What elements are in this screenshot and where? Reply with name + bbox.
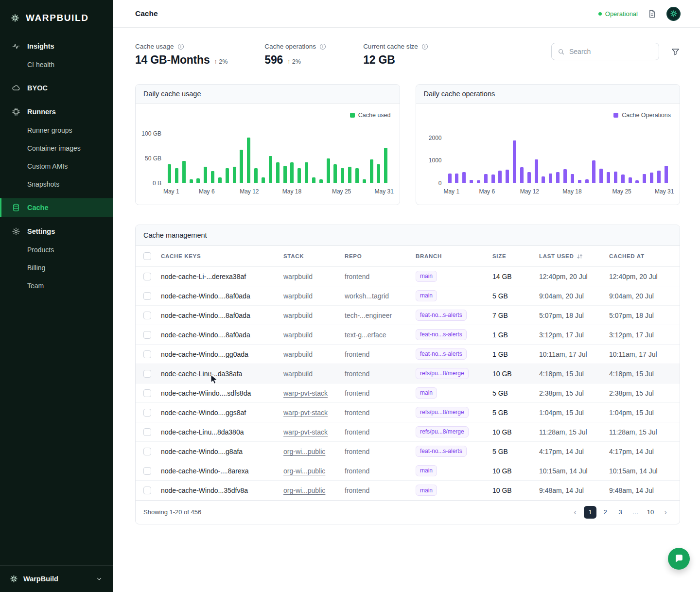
row-checkbox[interactable] xyxy=(143,487,151,494)
row-checkbox[interactable] xyxy=(143,428,151,436)
sidebar-item-cache[interactable]: Cache xyxy=(0,198,113,217)
pagination-ellipsis: … xyxy=(629,506,642,519)
row-checkbox[interactable] xyxy=(143,370,151,378)
stack-cell[interactable]: warp-pvt-stack xyxy=(280,403,341,422)
chart-bar xyxy=(190,179,193,183)
search-input-wrap[interactable] xyxy=(551,43,659,60)
select-all-checkbox[interactable] xyxy=(143,252,151,260)
page-button-1[interactable]: 1 xyxy=(584,506,596,519)
stat-value: 12 GB xyxy=(363,53,395,67)
row-checkbox[interactable] xyxy=(143,292,151,300)
branch-cell: feat-no...s-alerts xyxy=(412,325,489,345)
chart-bar xyxy=(240,150,243,183)
chart-bar xyxy=(312,177,315,183)
chart-bar xyxy=(477,180,480,183)
chart-bar xyxy=(283,166,287,183)
repo-cell: tech-...engineer xyxy=(341,306,412,325)
repo-cell: frontend xyxy=(341,267,412,286)
stack-cell[interactable]: org-wi...public xyxy=(280,481,341,500)
column-last-used[interactable]: LAST USED xyxy=(535,246,605,267)
search-input[interactable] xyxy=(569,48,657,55)
sidebar-item-billing[interactable]: Billing xyxy=(0,259,113,277)
chart-bar xyxy=(319,179,323,183)
table-row[interactable]: node-cache-Linu...8da380a warp-pvt-stack… xyxy=(136,422,680,442)
stack-cell: warpbuild xyxy=(280,306,341,325)
table-row[interactable]: node-cache-Windo-....8arexa org-wi...pub… xyxy=(136,461,680,481)
table-row[interactable]: node-cache-Windo....8af0ada warpbuild te… xyxy=(136,325,680,345)
size-cell: 5 GB xyxy=(489,403,535,422)
page-button-3[interactable]: 3 xyxy=(614,506,627,519)
branch-badge: feat-no...s-alerts xyxy=(416,348,467,360)
table-row[interactable]: node-cache-Linu-..da38afa warpbuild fron… xyxy=(136,364,680,383)
table-row[interactable]: node-cache-Windo....8af0ada warpbuild wo… xyxy=(136,286,680,306)
table-row[interactable]: node-cache-Wiindo....sdfs8da warp-pvt-st… xyxy=(136,383,680,403)
stack-cell[interactable]: warp-pvt-stack xyxy=(280,422,341,442)
sidebar-item-settings[interactable]: Settings xyxy=(0,222,113,241)
sidebar-item-ci-health[interactable]: CI health xyxy=(0,55,113,73)
chat-icon xyxy=(674,554,684,564)
row-checkbox[interactable] xyxy=(143,312,151,319)
row-checkbox[interactable] xyxy=(143,389,151,397)
page-button-10[interactable]: 10 xyxy=(644,506,657,519)
row-checkbox[interactable] xyxy=(143,273,151,280)
cache-key-cell: node-cache-Li-...derexa38af xyxy=(157,267,280,286)
cache-key-cell: node-cache-Windo....8af0ada xyxy=(157,286,280,306)
size-cell: 10 GB xyxy=(489,461,535,481)
table-row[interactable]: node-cache-Windo...35dfv8a org-wi...publ… xyxy=(136,481,680,500)
filter-icon[interactable] xyxy=(671,47,680,56)
insights-icon xyxy=(12,42,20,51)
sidebar-item-products[interactable]: Products xyxy=(0,241,113,259)
stack-cell: warpbuild xyxy=(280,364,341,383)
table-row[interactable]: node-cache-Li-...derexa38af warpbuild fr… xyxy=(136,267,680,286)
docs-icon[interactable] xyxy=(648,9,657,18)
next-page-button[interactable]: › xyxy=(659,506,672,519)
checkbox-cell xyxy=(136,481,157,500)
last-used-cell: 1:04pm, 15 Jul xyxy=(535,403,605,422)
table-row[interactable]: node-cache-Windo....8af0ada warpbuild te… xyxy=(136,306,680,325)
sidebar-item-byoc[interactable]: BYOC xyxy=(0,79,113,97)
page-title: Cache xyxy=(135,9,158,18)
stats-row: Cache usage 14 GB-Months↑ 2%Cache operat… xyxy=(135,43,680,67)
stack-cell[interactable]: org-wi...public xyxy=(280,442,341,461)
chat-button[interactable] xyxy=(668,548,690,570)
sidebar-item-container-images[interactable]: Container images xyxy=(0,139,113,157)
sidebar-item-runners[interactable]: Runners xyxy=(0,103,113,121)
sidebar-item-label: Insights xyxy=(27,42,54,50)
org-switcher-label: WarpBuild xyxy=(23,575,58,583)
info-icon[interactable] xyxy=(319,43,326,50)
info-icon[interactable] xyxy=(177,43,184,50)
status-indicator[interactable]: Operational xyxy=(598,10,638,17)
stack-cell[interactable]: org-wi...public xyxy=(280,461,341,481)
branch-badge: feat-no...s-alerts xyxy=(416,446,467,457)
prev-page-button[interactable]: ‹ xyxy=(569,506,581,519)
chart-bar xyxy=(182,161,186,183)
avatar[interactable] xyxy=(666,7,681,21)
chart-bar xyxy=(506,170,509,183)
sidebar-item-team[interactable]: Team xyxy=(0,277,113,295)
row-checkbox[interactable] xyxy=(143,448,151,455)
table-row[interactable]: node-cache-Windo....ggs8af warp-pvt-stac… xyxy=(136,403,680,422)
row-checkbox[interactable] xyxy=(143,350,151,358)
warpbuild-footer-icon xyxy=(10,575,18,583)
repo-cell: frontend xyxy=(341,442,412,461)
branch-badge: refs/pu...8/merge xyxy=(416,407,469,418)
table-row[interactable]: node-cache-Windo....gg0ada warpbuild fro… xyxy=(136,345,680,364)
cached-at-cell: 10:11am, 17 Jul xyxy=(605,345,680,364)
sort-icon[interactable] xyxy=(577,253,583,260)
cached-at-cell: 9:04am, 20 Jul xyxy=(605,286,680,306)
sidebar-item-insights[interactable]: Insights xyxy=(0,37,113,55)
chart-bar xyxy=(635,180,639,183)
row-checkbox[interactable] xyxy=(143,331,151,339)
sidebar-item-snapshots[interactable]: Snapshots xyxy=(0,175,113,193)
sidebar-item-custom-amis[interactable]: Custom AMIs xyxy=(0,157,113,175)
row-checkbox[interactable] xyxy=(143,467,151,475)
stack-cell[interactable]: warp-pvt-stack xyxy=(280,383,341,403)
cached-at-cell: 3:12pm, 17 Jul xyxy=(605,325,680,345)
size-cell: 1 GB xyxy=(489,325,535,345)
org-switcher[interactable]: WarpBuild xyxy=(0,565,113,592)
table-row[interactable]: node-cache-Windo....g8afa org-wi...publi… xyxy=(136,442,680,461)
page-button-2[interactable]: 2 xyxy=(599,506,612,519)
sidebar-item-runner-groups[interactable]: Runner groups xyxy=(0,121,113,139)
info-icon[interactable] xyxy=(421,43,428,50)
row-checkbox[interactable] xyxy=(143,409,151,417)
